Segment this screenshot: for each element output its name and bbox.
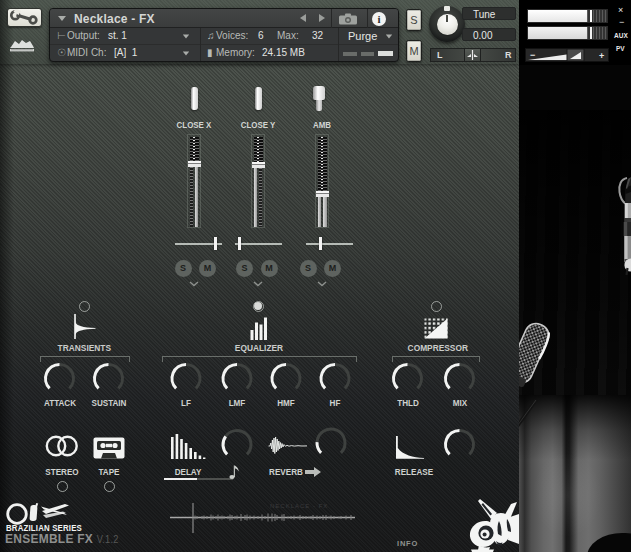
- svg-text:−: −: [530, 50, 535, 60]
- svg-text:+: +: [599, 51, 604, 61]
